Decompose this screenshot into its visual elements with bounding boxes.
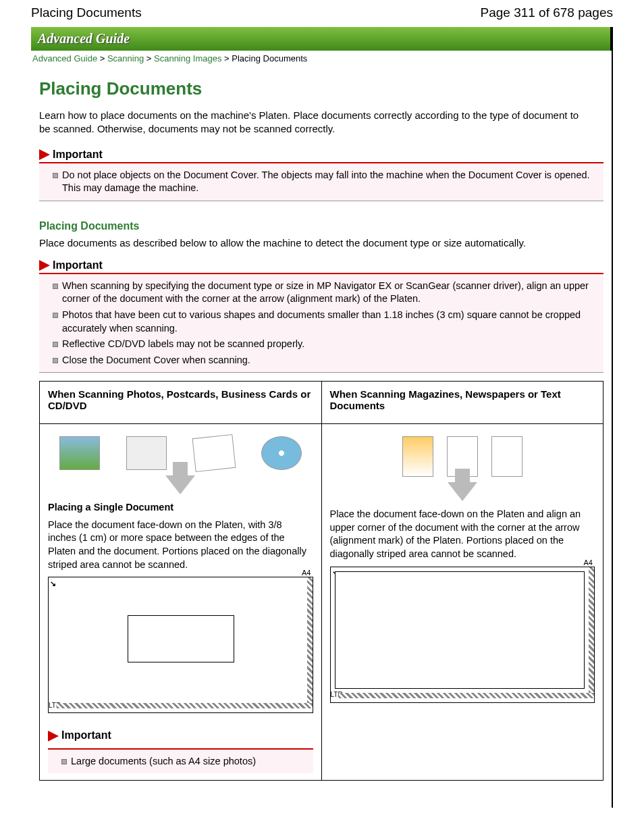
intro-text: Learn how to place documents on the mach… xyxy=(39,109,603,136)
single-doc-heading: Placing a Single Document xyxy=(48,501,313,515)
important-body-1: Do not place objects on the Document Cov… xyxy=(39,163,603,201)
arrow-down-icon xyxy=(165,475,195,494)
list-item: Photos that have been cut to various sha… xyxy=(53,309,598,335)
crumb-advanced-guide[interactable]: Advanced Guide xyxy=(32,53,97,63)
page-info: Page 311 of 678 pages xyxy=(480,5,613,20)
guide-banner: Advanced Guide xyxy=(31,27,612,51)
breadcrumb: Advanced Guide > Scanning > Scanning Ima… xyxy=(31,51,612,66)
thumb-textdoc xyxy=(491,436,522,477)
important-body-2: When scanning by specifying the document… xyxy=(39,274,603,373)
thumb-cd xyxy=(261,436,302,470)
doc-align-text: Place the document face-down on the Plat… xyxy=(330,508,595,561)
section-subhead: Placing Documents xyxy=(39,220,603,232)
content-pane: Advanced Guide Advanced Guide > Scanning… xyxy=(31,27,613,808)
list-item: Large documents (such as A4 size photos) xyxy=(61,755,308,768)
thumb-card xyxy=(192,434,236,472)
thumb-photo xyxy=(59,436,100,470)
col-head-left: When Scanning Photos, Postcards, Busines… xyxy=(40,382,321,424)
section-subtext: Place documents as described below to al… xyxy=(39,236,603,250)
warning-icon xyxy=(39,149,50,160)
col-head-right: When Scanning Magazines, Newspapers or T… xyxy=(322,382,603,424)
important-body-3: Large documents (such as A4 size photos) xyxy=(48,750,313,774)
important-header-1: Important xyxy=(39,149,603,163)
list-item: Reflective CD/DVD labels may not be scan… xyxy=(53,338,598,351)
warning-icon xyxy=(39,260,50,271)
list-item: When scanning by specifying the document… xyxy=(53,280,598,306)
arrow-down-icon xyxy=(448,482,477,501)
list-item: Do not place objects on the Document Cov… xyxy=(53,169,598,195)
platen-diagram-left: A4 ↘ LTR xyxy=(48,577,313,713)
warning-icon xyxy=(48,731,59,741)
single-doc-text: Place the document face-down on the Plat… xyxy=(48,519,313,571)
doc-title: Placing Documents xyxy=(31,5,142,20)
platen-diagram-right: A4 ↘ LTR xyxy=(330,567,595,703)
col-photos: When Scanning Photos, Postcards, Busines… xyxy=(40,382,322,780)
crumb-scanning-images[interactable]: Scanning Images xyxy=(154,53,221,63)
thumb-postcard xyxy=(126,436,167,470)
page-title: Placing Documents xyxy=(39,78,603,99)
col-documents: When Scanning Magazines, Newspapers or T… xyxy=(322,382,603,780)
comparison-table: When Scanning Photos, Postcards, Busines… xyxy=(39,381,603,781)
crumb-scanning[interactable]: Scanning xyxy=(107,53,144,63)
thumb-magazine xyxy=(402,436,433,477)
important-header-2: Important xyxy=(39,259,603,274)
list-item: Close the Document Cover when scanning. xyxy=(53,354,598,367)
crumb-current: Placing Documents xyxy=(232,53,307,63)
important-header-3: Important xyxy=(48,725,313,750)
